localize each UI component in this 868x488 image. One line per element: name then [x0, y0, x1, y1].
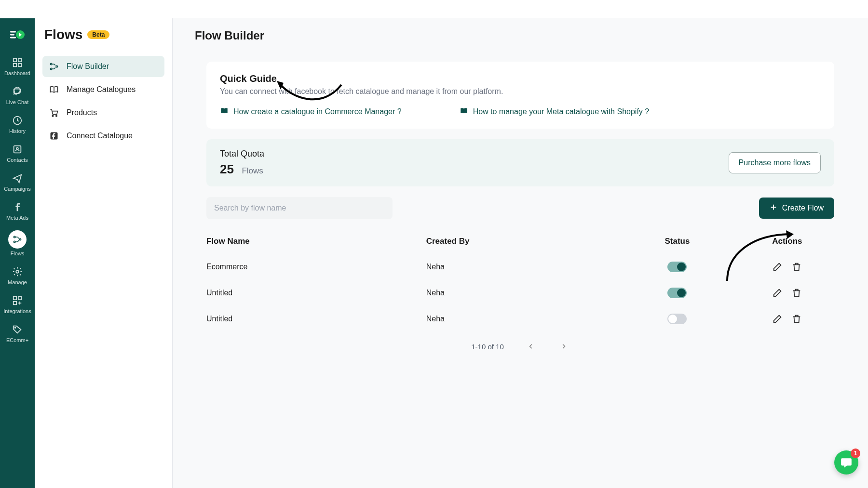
quick-guide-description: You can connect with facebook to fetch c… [220, 87, 821, 96]
col-header-createdby: Created By [426, 237, 615, 246]
plus-icon [770, 203, 777, 213]
purchase-flows-button[interactable]: Purchase more flows [729, 152, 821, 173]
rail-item-metaads[interactable]: Meta Ads [0, 197, 35, 225]
svg-rect-3 [14, 64, 16, 66]
svg-point-17 [51, 63, 52, 65]
edit-icon[interactable] [772, 314, 783, 324]
cell-name: Ecommerce [206, 263, 426, 271]
send-icon [12, 172, 23, 184]
flow-icon [49, 62, 59, 71]
facebook-square-icon [49, 131, 59, 141]
grid-icon [12, 57, 23, 68]
rail-label: Live Chat [6, 99, 28, 105]
prev-page-button[interactable] [525, 341, 537, 352]
book-icon [460, 106, 468, 117]
svg-rect-13 [14, 297, 16, 300]
cell-createdby: Neha [426, 289, 615, 297]
quick-guide-title: Quick Guide [220, 73, 821, 84]
table-row: Ecommerce Neha [206, 254, 834, 280]
next-page-button[interactable] [558, 341, 570, 352]
flows-icon [8, 230, 27, 249]
rail-label: Dashboard [4, 70, 30, 76]
rail-item-campaigns[interactable]: Campaigns [0, 168, 35, 197]
rail-item-flows[interactable]: Flows [0, 225, 35, 261]
rail-label: Meta Ads [6, 215, 28, 221]
sidebar-item-connect-catalogue[interactable]: Connect Catalogue [42, 125, 164, 146]
sidebar-item-label: Manage Catalogues [67, 85, 136, 94]
rail-label: Contacts [7, 157, 27, 163]
pagination: 1-10 of 10 [206, 332, 834, 352]
chat-badge: 1 [851, 448, 860, 458]
main-content: Flow Builder Quick Guide You can connect… [173, 18, 868, 488]
status-toggle[interactable] [667, 262, 687, 272]
sidebar-item-manage-catalogues[interactable]: Manage Catalogues [42, 79, 164, 100]
rail-item-history[interactable]: History [0, 110, 35, 139]
delete-icon[interactable] [791, 262, 802, 272]
gear-icon [12, 266, 23, 277]
flows-table: Flow Name Created By Status Actions Ecom… [206, 229, 834, 332]
rail-item-ecomm[interactable]: EComm+ [0, 319, 35, 348]
cell-createdby: Neha [426, 315, 615, 323]
contacts-icon [12, 144, 23, 155]
link-text: How create a catalogue in Commerce Manag… [233, 107, 402, 116]
sidebar-item-label: Products [67, 108, 97, 117]
rail-item-integrations[interactable]: Integrations [0, 290, 35, 319]
rail-label: Integrations [3, 308, 31, 314]
cart-icon [49, 108, 59, 118]
table-header: Flow Name Created By Status Actions [206, 229, 834, 254]
quick-guide-link-1[interactable]: How create a catalogue in Commerce Manag… [220, 106, 402, 117]
quota-card: Total Quota 25 Flows Purchase more flows [206, 139, 834, 186]
sidebar-item-label: Connect Catalogue [67, 132, 133, 140]
edit-icon[interactable] [772, 262, 783, 272]
delete-icon[interactable] [791, 314, 802, 324]
book-icon [220, 106, 229, 117]
status-toggle[interactable] [667, 288, 687, 298]
rail-item-contacts[interactable]: Contacts [0, 139, 35, 168]
col-header-actions: Actions [740, 237, 834, 246]
svg-point-11 [19, 238, 21, 240]
status-toggle[interactable] [667, 314, 687, 324]
page-title: Flow Builder [195, 29, 846, 42]
sidebar: Flows Beta Flow Builder Manage Catalogue… [35, 18, 173, 488]
svg-point-20 [52, 115, 54, 117]
history-icon [12, 115, 23, 126]
search-input[interactable] [206, 197, 393, 219]
delete-icon[interactable] [791, 288, 802, 298]
rail-item-dashboard[interactable]: Dashboard [0, 52, 35, 81]
cell-createdby: Neha [426, 263, 615, 271]
svg-point-19 [56, 66, 57, 67]
chat-fab-button[interactable]: 1 [834, 450, 858, 475]
rail-item-livechat[interactable]: Live Chat [0, 81, 35, 110]
left-rail: Dashboard Live Chat History Contacts Cam… [0, 18, 35, 488]
tag-icon [12, 324, 23, 335]
svg-rect-2 [18, 59, 21, 62]
sidebar-item-label: Flow Builder [67, 62, 109, 71]
svg-rect-1 [14, 59, 16, 62]
svg-point-8 [16, 147, 18, 149]
sidebar-item-products[interactable]: Products [42, 102, 164, 123]
book-icon [49, 85, 59, 94]
quick-guide-card: Quick Guide You can connect with faceboo… [206, 62, 834, 129]
rail-label: History [9, 128, 26, 134]
svg-point-10 [14, 241, 15, 242]
link-text: How to manage your Meta catalogue with S… [473, 107, 650, 116]
app-logo-icon [9, 26, 26, 43]
chat-icon [12, 86, 23, 97]
create-flow-button[interactable]: Create Flow [759, 198, 834, 219]
svg-point-9 [14, 236, 15, 237]
svg-rect-15 [14, 302, 16, 304]
sidebar-title: Flows Beta [42, 27, 164, 42]
quota-label: Total Quota [220, 149, 264, 159]
rail-item-manage[interactable]: Manage [0, 261, 35, 290]
svg-rect-14 [18, 297, 21, 300]
quick-guide-link-2[interactable]: How to manage your Meta catalogue with S… [460, 106, 650, 117]
cell-name: Untitled [206, 315, 426, 323]
edit-icon[interactable] [772, 288, 783, 298]
rail-label: Manage [8, 279, 27, 285]
table-row: Untitled Neha [206, 306, 834, 332]
sidebar-item-flow-builder[interactable]: Flow Builder [42, 56, 164, 77]
facebook-icon [12, 201, 23, 213]
quota-value: 25 [220, 162, 234, 177]
cell-name: Untitled [206, 289, 426, 297]
pagination-text: 1-10 of 10 [471, 343, 504, 351]
